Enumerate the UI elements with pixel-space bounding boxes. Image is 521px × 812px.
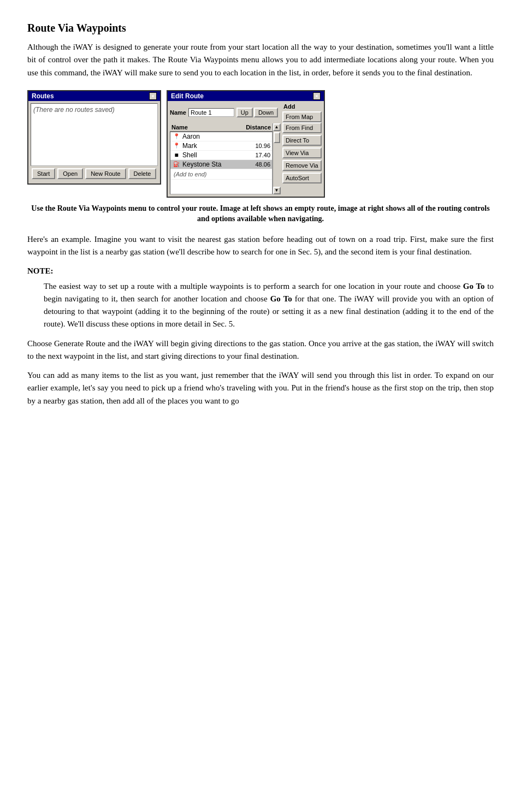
from-find-button[interactable]: From Find xyxy=(282,122,322,133)
up-button[interactable]: Up xyxy=(236,108,253,117)
open-button[interactable]: Open xyxy=(57,168,83,179)
dialogs-row: Routes × (There are no routes saved) Sta… xyxy=(27,90,494,198)
page-title: Route Via Waypoints xyxy=(27,22,494,34)
routes-title: Routes xyxy=(32,92,54,100)
from-map-button[interactable]: From Map xyxy=(282,111,322,122)
routes-buttons: Start Open New Route Delete xyxy=(31,166,158,181)
up-down-buttons: Up Down xyxy=(236,108,278,117)
paragraph-2: Here's an example. Imagine you want to v… xyxy=(27,233,494,259)
waypoint-icon: ⛽ xyxy=(172,161,181,168)
edit-route-titlebar: Edit Route × xyxy=(168,91,324,101)
routes-titlebar: Routes × xyxy=(28,91,160,101)
edit-route-body: Name Route 1 Up Down Add From Map xyxy=(168,101,324,197)
note-text: The easiest way to set up a route with a… xyxy=(44,280,494,331)
routes-body: (There are no routes saved) Start Open N… xyxy=(28,101,160,183)
col-distance-header: Distance xyxy=(238,124,271,131)
scroll-up-arrow[interactable]: ▲ xyxy=(273,123,281,131)
waypoint-name: Mark xyxy=(182,142,240,150)
scrollbar[interactable]: ▲ ▼ xyxy=(273,123,280,194)
paragraph-4: You can add as many items to the list as… xyxy=(27,369,494,407)
scroll-thumb[interactable] xyxy=(274,132,280,143)
list-item[interactable]: ■ Shell 17.40 xyxy=(170,151,272,160)
waypoint-list-area: Name Distance 📍 Aaron 📍 Mark xyxy=(170,123,273,194)
note-label: NOTE: xyxy=(27,265,494,277)
waypoint-list: 📍 Aaron 📍 Mark 10.96 ■ Shell 17.4 xyxy=(170,132,273,194)
scroll-down-arrow[interactable]: ▼ xyxy=(273,187,281,194)
name-row: Name Route 1 Up Down Add From Map xyxy=(170,103,322,122)
intro-paragraph: Although the iWAY is designed to generat… xyxy=(27,41,494,79)
new-route-button[interactable]: New Route xyxy=(85,168,126,179)
col-name-header: Name xyxy=(171,124,238,131)
add-button-group: Add From Map xyxy=(282,103,322,122)
list-item[interactable]: ⛽ Keystone Sta 48.06 xyxy=(170,160,272,169)
note-body: The easiest way to set up a route with a… xyxy=(44,280,494,331)
waypoint-icon: 📍 xyxy=(172,142,181,150)
image-caption: Use the Route Via Waypoints menu to cont… xyxy=(27,203,494,224)
down-button[interactable]: Down xyxy=(254,108,278,117)
edit-route-close-button[interactable]: × xyxy=(313,92,321,100)
waypoint-name: Keystone Sta xyxy=(182,161,240,168)
routes-empty-message: (There are no routes saved) xyxy=(33,106,115,114)
add-to-end-label: (Add to end) xyxy=(172,170,209,179)
start-button[interactable]: Start xyxy=(32,168,55,179)
autosort-button[interactable]: AutoSort xyxy=(282,173,322,183)
waypoint-name: Aaron xyxy=(182,133,240,140)
edit-route-dialog: Edit Route × Name Route 1 Up Down Add Fr… xyxy=(167,90,325,198)
waypoint-dist: 10.96 xyxy=(240,143,270,149)
routes-dialog: Routes × (There are no routes saved) Sta… xyxy=(27,90,161,185)
note-section: NOTE: The easiest way to set up a route … xyxy=(27,265,494,330)
routes-list: (There are no routes saved) xyxy=(31,103,158,166)
paragraph-3: Choose Generate Route and the iWAY will … xyxy=(27,337,494,363)
waypoint-dist: 17.40 xyxy=(240,152,270,158)
waypoint-dist: 48.06 xyxy=(240,161,270,168)
right-action-buttons: From Find Direct To View Via Remove Via … xyxy=(282,122,322,194)
edit-route-title: Edit Route xyxy=(171,92,204,100)
edit-route-main: Name Distance 📍 Aaron 📍 Mark xyxy=(170,123,322,194)
waypoint-name: Shell xyxy=(182,151,240,159)
list-item-add[interactable]: (Add to end) xyxy=(170,169,272,180)
direct-to-button[interactable]: Direct To xyxy=(282,135,322,146)
view-via-button[interactable]: View Via xyxy=(282,147,322,158)
list-item[interactable]: 📍 Aaron xyxy=(170,132,272,141)
list-item[interactable]: 📍 Mark 10.96 xyxy=(170,141,272,151)
name-label: Name xyxy=(170,109,186,116)
col-headers: Name Distance xyxy=(170,123,273,132)
routes-close-button[interactable]: × xyxy=(149,92,157,100)
remove-via-button[interactable]: Remove Via xyxy=(282,160,322,171)
waypoint-icon: 📍 xyxy=(172,133,181,140)
add-label: Add xyxy=(283,103,322,110)
name-field[interactable]: Route 1 xyxy=(188,108,234,117)
delete-button[interactable]: Delete xyxy=(128,168,157,179)
waypoint-icon: ■ xyxy=(172,151,181,159)
